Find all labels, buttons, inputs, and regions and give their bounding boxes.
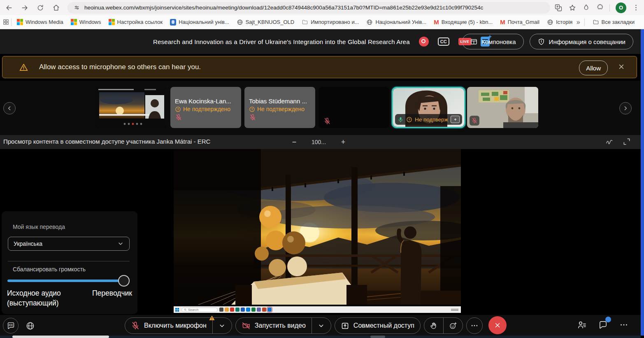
mic-muted-icon — [471, 117, 478, 124]
raise-hand-button[interactable] — [424, 318, 443, 333]
share-icon — [341, 322, 349, 330]
interpretation-panel: Мой язык перевода Українська Сбалансиров… — [2, 211, 137, 314]
bookmark-item[interactable]: Національний унів... — [166, 19, 233, 26]
shared-screen-taskbar: Search — [174, 306, 461, 313]
layout-grid-icon — [470, 38, 478, 46]
translate-icon[interactable] — [554, 4, 563, 12]
filmstrip-next-button[interactable] — [619, 102, 632, 114]
windows-start-icon — [175, 308, 179, 312]
zoom-out-button[interactable]: − — [289, 138, 299, 147]
filmstrip-prev-button[interactable] — [3, 102, 16, 114]
divider — [8, 261, 130, 261]
ink-drop-icon[interactable] — [582, 4, 590, 12]
leave-meeting-button[interactable] — [488, 316, 507, 334]
language-label: Мой язык перевода — [13, 224, 65, 230]
windows-logo-icon — [71, 19, 77, 25]
bookmark-item[interactable]: Національний Унів... — [363, 19, 430, 26]
tile-participant[interactable]: Tobias Stüdemann ... Не подтверждено — [244, 87, 315, 128]
interpretation-globe-button[interactable] — [24, 318, 36, 333]
meeting-header: Research and Innovation as a Driver of U… — [0, 29, 644, 54]
bookmark-star-icon[interactable] — [568, 4, 577, 12]
unmute-mic-button[interactable]: Включить микрофон — [125, 317, 232, 334]
url-text: heoinua.webex.com/wbxmjs/joinservice/sit… — [84, 5, 483, 11]
unverified-icon — [406, 117, 412, 123]
reload-icon[interactable] — [34, 1, 47, 14]
bookmark-item[interactable]: Импортировано и... — [298, 19, 363, 26]
bookmarks-overflow: » Все закладки — [577, 19, 644, 26]
unverified-icon — [175, 106, 181, 112]
site-settings-icon[interactable] — [73, 4, 80, 11]
folder-icon — [593, 19, 599, 26]
slider-thumb[interactable] — [118, 275, 130, 287]
participant-name: Ewa Kocinska-Lan... — [175, 98, 241, 105]
bookmark-item[interactable]: Настройка ссылок — [105, 19, 167, 25]
reactions-group — [424, 317, 463, 334]
expand-icon[interactable] — [623, 138, 631, 146]
browser-menu-icon[interactable] — [632, 4, 640, 12]
volume-balance-slider[interactable] — [7, 280, 124, 282]
address-bar[interactable]: heoinua.webex.com/wbxmjs/joinservice/sit… — [67, 2, 550, 14]
gmail-icon: M — [434, 19, 439, 26]
layout-button[interactable]: Компоновка — [462, 34, 524, 49]
divider — [609, 4, 610, 12]
unverified-icon — [249, 106, 255, 112]
tile-share-preview[interactable] — [96, 87, 167, 128]
apps-grid-icon[interactable] — [2, 19, 9, 26]
webex-meeting-browser-window: heoinua.webex.com/wbxmjs/joinservice/sit… — [0, 0, 644, 338]
warning-icon — [19, 63, 28, 72]
bookmark-item[interactable]: Windows Media — [13, 19, 67, 25]
mic-options-chevron[interactable] — [212, 318, 232, 333]
bookmark-item[interactable]: MПочта_Gmail — [496, 19, 543, 26]
annotate-icon[interactable] — [605, 138, 614, 146]
divider — [584, 19, 585, 26]
back-icon[interactable] — [2, 1, 16, 14]
interpreter-label: Переводчик — [92, 289, 132, 308]
reactions-button[interactable] — [443, 318, 463, 333]
site-favicon — [170, 19, 176, 26]
mic-active-icon — [398, 117, 404, 123]
vertical-scrollbar[interactable] — [641, 29, 644, 336]
participants-button[interactable] — [577, 320, 587, 330]
divider — [11, 19, 12, 26]
tile-participant-video[interactable] — [467, 87, 538, 128]
extensions-icon[interactable] — [596, 4, 604, 12]
tile-participant-camera-off[interactable] — [319, 87, 389, 128]
globe-icon — [547, 19, 553, 26]
source-audio-label: Исходное аудио (выступающий) — [7, 289, 61, 308]
zoom-in-button[interactable]: + — [338, 138, 348, 147]
profile-avatar[interactable]: O — [616, 2, 626, 13]
start-video-button[interactable]: Запустить видео — [235, 317, 331, 334]
bookmark-item[interactable]: Sajt_KBNUOS_OLD — [233, 19, 298, 26]
horizontal-scrollbar-thumb-secondary[interactable] — [370, 336, 385, 338]
folder-icon — [302, 19, 308, 26]
bookmark-item[interactable]: MВходящие (5) - kbn... — [430, 19, 496, 26]
more-bookmarks-icon[interactable]: » — [577, 19, 580, 26]
bookmark-item[interactable]: Windows — [67, 19, 105, 25]
taskbar-app-icons — [219, 308, 272, 312]
participant-filmstrip: Ewa Kocinska-Lan... Не подтверждено Tobi… — [0, 81, 644, 135]
meeting-info-button[interactable]: Информация о совещании — [530, 34, 633, 49]
home-icon[interactable] — [49, 1, 63, 14]
language-select[interactable]: Українська — [8, 237, 130, 251]
video-options-chevron[interactable] — [312, 318, 331, 333]
taskbar-clock — [451, 309, 459, 311]
more-panels-button[interactable] — [619, 320, 628, 329]
captions-button[interactable] — [3, 318, 19, 333]
taskbar-search-box: Search — [181, 308, 218, 312]
mic-permission-banner: Allow access to microphone so others can… — [2, 56, 637, 78]
share-content-button[interactable]: Совместный доступ — [335, 317, 421, 334]
zoom-level[interactable]: 100... — [312, 139, 326, 145]
bookmark-item[interactable]: Історія — [543, 19, 576, 26]
banner-close-icon[interactable] — [618, 63, 625, 70]
forward-icon[interactable] — [18, 1, 31, 14]
horizontal-scrollbar[interactable] — [0, 336, 641, 338]
allow-button[interactable]: Allow — [579, 61, 608, 75]
tile-participant[interactable]: Ewa Kocinska-Lan... Не подтверждено — [170, 87, 241, 128]
tile-active-speaker[interactable]: Не подтвержден — [392, 87, 465, 128]
all-bookmarks-button[interactable]: Все закладки — [589, 19, 638, 26]
horizontal-scrollbar-thumb[interactable] — [12, 336, 109, 338]
participant-name: Tobias Stüdemann ... — [249, 98, 315, 105]
chat-button[interactable] — [598, 320, 608, 330]
shared-content-image — [174, 149, 461, 305]
more-options-button[interactable] — [466, 317, 483, 334]
